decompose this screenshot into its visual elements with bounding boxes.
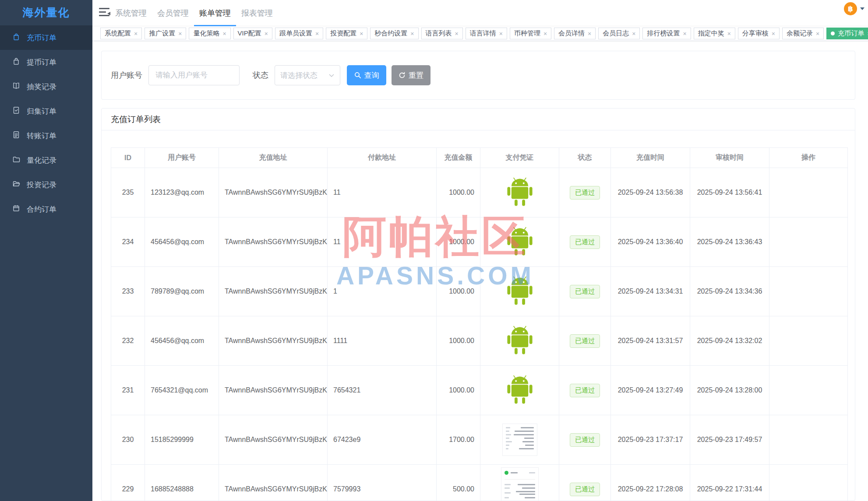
close-icon[interactable]: × (222, 31, 226, 37)
column-header: 充值时间 (611, 148, 690, 168)
sidebar-item[interactable]: 投资记录 (0, 172, 92, 197)
close-icon[interactable]: × (360, 31, 363, 37)
tag-label: 推广设置 (149, 29, 175, 38)
tag-chip[interactable]: 跟单员设置× (275, 28, 323, 39)
tag-chip[interactable]: 投资配置× (326, 28, 367, 39)
close-icon[interactable]: × (410, 31, 414, 37)
tag-chip[interactable]: 余额记录× (782, 28, 824, 39)
close-icon[interactable]: × (683, 31, 686, 37)
sidebar-item[interactable]: 充币订单 (0, 25, 92, 50)
receipt-row (506, 441, 534, 442)
folder-icon (12, 155, 21, 166)
status-badge: 已通过 (570, 235, 600, 249)
search-button[interactable]: 查询 (347, 65, 386, 85)
payment-voucher-image[interactable] (501, 467, 539, 501)
column-header: 充值地址 (219, 148, 328, 168)
receipt-row (506, 427, 534, 428)
tag-chip[interactable]: 推广设置× (145, 28, 186, 39)
payment-voucher[interactable] (486, 316, 553, 365)
tag-chip[interactable]: 分享审核× (738, 28, 780, 39)
tag-chip[interactable]: 指定中奖× (694, 28, 735, 39)
nav-tab[interactable]: 报表管理 (236, 0, 278, 26)
cell-recharge-time: 2025-09-24 13:56:38 (611, 168, 690, 217)
payment-voucher[interactable] (486, 465, 553, 501)
table-row: 23015185299999TAwnnBAwshSG6YMYrSU9jBzK..… (111, 415, 848, 465)
status-select[interactable]: 请选择状态 (275, 65, 340, 85)
cell-status: 已通过 (559, 316, 611, 366)
tag-chip[interactable]: 语言列表× (421, 28, 463, 39)
tag-chip[interactable]: 系统配置× (100, 28, 142, 39)
payment-voucher-image[interactable] (502, 424, 537, 456)
user-menu[interactable]: ฿ (844, 2, 864, 15)
chevron-down-icon (328, 73, 335, 78)
close-icon[interactable]: × (178, 31, 182, 37)
close-icon[interactable]: × (315, 31, 319, 37)
search-icon (354, 72, 361, 79)
close-icon[interactable]: × (588, 31, 591, 37)
android-robot-icon[interactable] (506, 324, 534, 357)
android-robot-icon[interactable] (506, 225, 534, 259)
sidebar-item[interactable]: 提币订单 (0, 50, 92, 74)
receipt-header (505, 471, 535, 475)
cell-recharge-time: 2025-09-24 13:36:40 (611, 217, 690, 267)
close-icon[interactable]: × (455, 31, 459, 37)
sidebar-item[interactable]: 转账订单 (0, 123, 92, 148)
tag-chip[interactable]: 会员详情× (554, 28, 596, 39)
tag-chip[interactable]: 币种管理× (510, 28, 551, 39)
tag-chip[interactable]: VIP配置× (233, 28, 272, 39)
payment-voucher[interactable] (486, 267, 553, 316)
app-logo: 海外量化 (0, 0, 92, 25)
tag-chip[interactable]: 秒合约设置× (370, 28, 418, 39)
sidebar-item[interactable]: 抽奖记录 (0, 74, 92, 99)
close-icon[interactable]: × (134, 31, 138, 37)
payment-voucher[interactable] (486, 168, 553, 217)
cell-action (769, 217, 848, 267)
tag-chip[interactable]: 量化策略× (189, 28, 230, 39)
tag-label: 系统配置 (105, 29, 131, 38)
reset-button[interactable]: 重置 (392, 65, 430, 85)
status-badge: 已通过 (570, 334, 600, 348)
close-icon[interactable]: × (632, 31, 635, 37)
sidebar-item[interactable]: 合约订单 (0, 197, 92, 221)
nav-tab[interactable]: 会员管理 (152, 0, 194, 26)
android-robot-icon[interactable] (506, 275, 534, 308)
android-robot-icon[interactable] (506, 176, 534, 209)
sidebar-item[interactable]: 归集订单 (0, 99, 92, 123)
close-icon[interactable]: × (543, 31, 547, 37)
tag-label: 会员日志 (603, 29, 629, 38)
tag-chip[interactable]: 充币订单× (826, 28, 868, 39)
nav-tab[interactable]: 系统管理 (110, 0, 152, 26)
tag-chip[interactable]: 会员日志× (598, 28, 640, 39)
payment-voucher[interactable] (486, 415, 553, 464)
receipt-line (506, 441, 512, 442)
tag-chip[interactable]: 排行榜设置× (642, 28, 691, 39)
close-icon[interactable]: × (727, 31, 731, 37)
nav-tab[interactable]: 账单管理 (194, 0, 236, 26)
hamburger-icon[interactable] (99, 8, 110, 18)
table-row: 233789789@qq.comTAwnnBAwshSG6YMYrSU9jBzK… (111, 267, 848, 316)
receipt-line (514, 434, 534, 435)
tag-label: 分享审核 (742, 29, 769, 38)
account-input[interactable] (148, 65, 240, 85)
cell-action (769, 168, 848, 217)
cell-pay-address: 1111 (328, 316, 437, 366)
book-icon (12, 81, 21, 92)
android-robot-icon[interactable] (506, 374, 534, 407)
close-icon[interactable]: × (265, 31, 268, 37)
receipt-line (506, 427, 510, 428)
bitcoin-avatar[interactable]: ฿ (844, 2, 857, 15)
payment-voucher[interactable] (486, 217, 553, 266)
receipt-line (524, 438, 534, 439)
status-badge: 已通过 (570, 186, 600, 200)
close-icon[interactable]: × (499, 31, 503, 37)
close-icon[interactable]: × (816, 31, 819, 37)
sidebar-item-label: 合约订单 (27, 204, 56, 214)
cell-status: 已通过 (559, 217, 611, 267)
payment-voucher[interactable] (486, 366, 553, 415)
sidebar-item[interactable]: 量化记录 (0, 148, 92, 172)
table-row: 22916885248888TAwnnBAwshSG6YMYrSU9jBzK..… (111, 465, 848, 501)
close-icon[interactable]: × (772, 31, 775, 37)
tag-chip[interactable]: 语言详情× (466, 28, 507, 39)
cell-pay-address: 7579993 (328, 465, 437, 501)
tag-label: 秒合约设置 (374, 29, 407, 38)
